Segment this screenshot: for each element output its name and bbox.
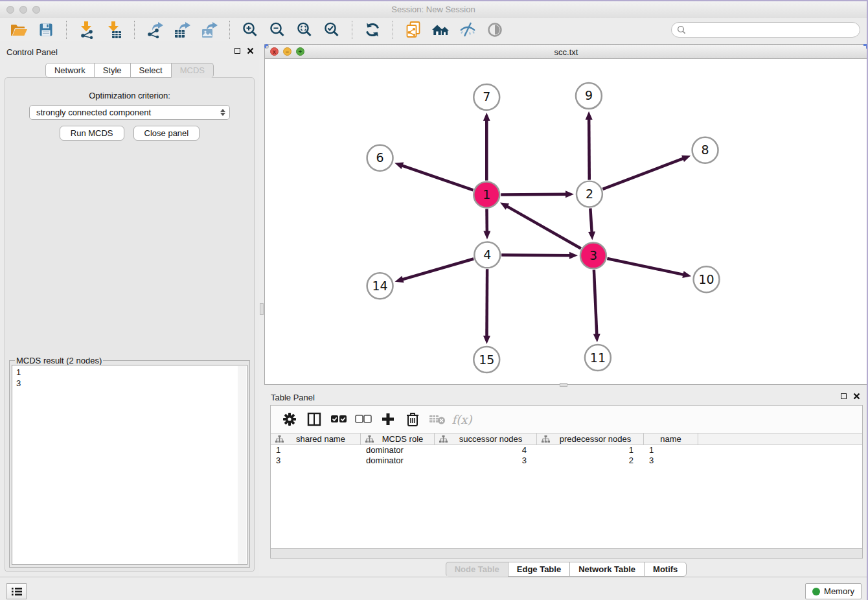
mcds-panel: Optimization criterion: strongly connect… xyxy=(5,77,255,572)
edge-2-9[interactable] xyxy=(589,119,589,180)
mcds-result-title: MCDS result (2 nodes) xyxy=(15,356,103,365)
edge-arrowhead xyxy=(588,231,595,240)
criterion-select[interactable]: strongly connected component xyxy=(29,105,230,120)
column-header-successor-nodes[interactable]: successor nodes xyxy=(435,433,537,444)
column-header-predecessor-nodes[interactable]: predecessor nodes xyxy=(537,433,644,444)
table-row[interactable]: 3 dominator 3 2 3 xyxy=(271,456,862,466)
run-mcds-button[interactable]: Run MCDS xyxy=(60,126,124,141)
float-panel-icon[interactable] xyxy=(841,393,847,399)
node-table: f(x) shared name MCDS role successor nod… xyxy=(270,405,863,559)
save-session-icon[interactable] xyxy=(36,20,56,40)
network-titlebar[interactable]: x − + scc.txt xyxy=(265,45,867,59)
cell-successor-nodes[interactable]: 4 xyxy=(435,445,537,456)
edge-4-14[interactable] xyxy=(402,259,474,279)
add-column-icon[interactable] xyxy=(379,410,397,428)
window-title: Session: New Session xyxy=(0,5,867,14)
edge-1-2[interactable] xyxy=(501,194,567,195)
close-panel-icon[interactable] xyxy=(853,393,860,400)
column-header-shared-name[interactable]: shared name xyxy=(271,433,361,444)
edge-arrowhead xyxy=(593,334,600,342)
show-panels-button[interactable] xyxy=(6,583,27,599)
control-panel-title: Control Panel xyxy=(6,47,58,57)
select-all-icon[interactable] xyxy=(330,410,348,428)
node-label: 9 xyxy=(585,88,593,102)
node-label: 14 xyxy=(372,279,388,293)
edge-2-3[interactable] xyxy=(590,208,591,233)
cell-mcds-role[interactable]: dominator xyxy=(361,445,435,456)
new-network-from-selection-icon[interactable] xyxy=(404,20,423,40)
zoom-out-icon[interactable] xyxy=(268,20,287,40)
import-table-icon[interactable] xyxy=(104,20,124,40)
function-builder-icon: f(x) xyxy=(453,410,471,428)
tab-network-table[interactable]: Network Table xyxy=(569,562,645,577)
cell-successor-nodes[interactable]: 3 xyxy=(435,456,537,466)
network-canvas[interactable]: 7968124314101511 xyxy=(265,60,867,384)
node-label: 3 xyxy=(589,248,597,262)
tab-edge-table[interactable]: Edge Table xyxy=(508,562,570,577)
edge-arrowhead xyxy=(565,190,574,198)
edge-4-3[interactable] xyxy=(501,255,571,256)
cell-shared-name[interactable]: 3 xyxy=(271,456,361,466)
edge-arrowhead xyxy=(569,252,578,259)
status-bar: Memory xyxy=(0,577,867,600)
cell-shared-name[interactable]: 1 xyxy=(271,445,361,456)
memory-button[interactable]: Memory xyxy=(805,583,862,599)
export-image-icon[interactable] xyxy=(200,20,219,40)
mcds-result-textarea[interactable]: 1 3 xyxy=(12,365,247,565)
tab-network[interactable]: Network xyxy=(45,63,95,78)
delete-column-icon[interactable] xyxy=(404,410,422,428)
tab-select[interactable]: Select xyxy=(130,63,172,78)
open-session-icon[interactable] xyxy=(9,20,29,40)
cell-predecessor-nodes[interactable]: 1 xyxy=(537,445,644,456)
refresh-layout-icon[interactable] xyxy=(363,20,382,40)
cell-name[interactable]: 3 xyxy=(644,456,698,466)
search-input[interactable] xyxy=(689,25,854,34)
combo-stepper-icon xyxy=(220,109,225,116)
tab-node-table[interactable]: Node Table xyxy=(446,562,508,577)
edge-3-1[interactable] xyxy=(507,206,581,249)
first-neighbors-icon[interactable] xyxy=(431,20,450,40)
edge-arrowhead xyxy=(682,271,691,278)
float-panel-icon[interactable] xyxy=(234,48,240,54)
export-table-icon[interactable] xyxy=(172,20,192,40)
settings-gear-icon[interactable] xyxy=(280,410,299,428)
hide-selected-icon[interactable] xyxy=(458,20,477,40)
attribute-tree-icon xyxy=(542,435,550,443)
zoom-in-icon[interactable] xyxy=(240,20,260,40)
tab-style[interactable]: Style xyxy=(94,63,131,78)
export-network-icon[interactable] xyxy=(145,20,165,40)
show-column-icon[interactable] xyxy=(305,410,323,428)
table-header-row: shared name MCDS role successor nodes pr… xyxy=(271,433,862,445)
edge-1-6[interactable] xyxy=(402,165,474,190)
cell-name[interactable]: 1 xyxy=(644,445,698,456)
zoom-fit-icon[interactable] xyxy=(295,20,314,40)
tab-mcds[interactable]: MCDS xyxy=(171,63,214,78)
edge-2-8[interactable] xyxy=(602,158,683,189)
vertical-splitter[interactable] xyxy=(259,41,264,577)
node-label: 15 xyxy=(479,352,494,367)
edge-3-10[interactable] xyxy=(607,259,684,275)
close-panel-button[interactable]: Close panel xyxy=(133,126,200,141)
mcds-result-groupbox: MCDS result (2 nodes) 1 3 xyxy=(9,360,250,568)
cell-mcds-role[interactable]: dominator xyxy=(361,456,435,466)
table-row[interactable]: 1 dominator 4 1 1 xyxy=(271,445,862,456)
cell-predecessor-nodes[interactable]: 2 xyxy=(537,456,644,466)
control-panel: Control Panel Network Style Select MCDS … xyxy=(0,41,259,577)
deselect-all-icon[interactable] xyxy=(354,410,372,428)
node-label: 10 xyxy=(699,272,714,286)
result-scrollbar[interactable] xyxy=(238,366,246,564)
zoom-selected-icon[interactable] xyxy=(322,20,341,40)
node-label: 7 xyxy=(483,89,490,104)
close-panel-icon[interactable] xyxy=(247,47,254,54)
horizontal-splitter[interactable] xyxy=(560,383,567,387)
tab-motifs[interactable]: Motifs xyxy=(644,562,687,577)
column-header-name[interactable]: name xyxy=(644,433,698,444)
import-network-icon[interactable] xyxy=(77,20,97,40)
edge-3-11[interactable] xyxy=(594,270,597,335)
list-menu-icon xyxy=(12,587,22,596)
edge-4-15[interactable] xyxy=(486,269,487,337)
table-panel: Table Panel xyxy=(264,387,868,577)
show-all-icon[interactable] xyxy=(485,20,505,40)
toolbar-separator xyxy=(393,21,393,39)
column-header-mcds-role[interactable]: MCDS role xyxy=(361,433,435,444)
